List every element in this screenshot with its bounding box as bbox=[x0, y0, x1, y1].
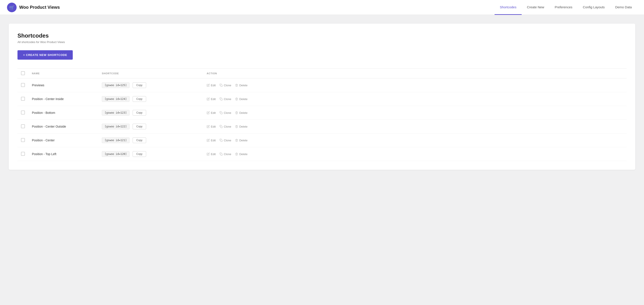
clone-label: Clone bbox=[224, 98, 231, 101]
copy-button[interactable]: Copy bbox=[132, 124, 146, 129]
edit-label: Edit bbox=[211, 84, 216, 87]
shortcode-badge: [gswoo id=124] bbox=[102, 96, 130, 102]
delete-button[interactable]: Delete bbox=[235, 111, 248, 114]
row-name-cell: Position - Center Inside bbox=[28, 92, 98, 106]
delete-label: Delete bbox=[239, 125, 248, 128]
row-action-cell: Edit Clone Delete bbox=[203, 78, 626, 92]
shortcodes-table: NAME SHORTCODE ACTION Previews [gswoo bbox=[18, 68, 626, 161]
table-row: Position - Center Outside [gswoo id=122]… bbox=[18, 120, 626, 134]
logo-icon: 🛒 bbox=[7, 2, 16, 12]
edit-icon bbox=[207, 84, 210, 87]
row-checkbox-2[interactable] bbox=[21, 110, 25, 114]
clone-button[interactable]: Clone bbox=[220, 111, 231, 114]
col-header-action: ACTION bbox=[203, 68, 626, 78]
page-subheading: All shortcodes for Woo Product Views bbox=[18, 40, 626, 44]
clone-button[interactable]: Clone bbox=[220, 84, 231, 87]
edit-button[interactable]: Edit bbox=[207, 98, 216, 101]
delete-label: Delete bbox=[239, 139, 248, 142]
copy-button[interactable]: Copy bbox=[132, 96, 146, 102]
row-name-cell: Position - Top Left bbox=[28, 147, 98, 161]
row-name: Position - Top Left bbox=[32, 152, 56, 156]
row-action-cell: Edit Clone Delete bbox=[203, 92, 626, 106]
page-title: Shortcodes bbox=[18, 32, 626, 39]
clone-label: Clone bbox=[224, 84, 231, 87]
copy-button[interactable]: Copy bbox=[132, 110, 146, 116]
copy-button[interactable]: Copy bbox=[132, 151, 146, 157]
action-buttons: Edit Clone Delete bbox=[207, 125, 623, 128]
row-checkbox-4[interactable] bbox=[21, 138, 25, 142]
app-title: Woo Product Views bbox=[19, 5, 60, 10]
table-body: Previews [gswoo id=125] Copy Edit bbox=[18, 78, 626, 161]
clone-button[interactable]: Clone bbox=[220, 125, 231, 128]
delete-button[interactable]: Delete bbox=[235, 152, 248, 156]
page-card: Shortcodes All shortcodes for Woo Produc… bbox=[9, 24, 635, 170]
table-row: Previews [gswoo id=125] Copy Edit bbox=[18, 78, 626, 92]
main-nav: ShortcodesCreate NewPreferencesConfig La… bbox=[494, 0, 637, 15]
col-header-check bbox=[18, 68, 28, 78]
nav-item-shortcodes[interactable]: Shortcodes bbox=[494, 0, 522, 15]
row-checkbox-1[interactable] bbox=[21, 97, 25, 101]
table-row: Position - Center [gswoo id=121] Copy Ed… bbox=[18, 134, 626, 147]
trash-icon bbox=[235, 98, 238, 100]
row-action-cell: Edit Clone Delete bbox=[203, 106, 626, 120]
row-checkbox-5[interactable] bbox=[21, 152, 25, 156]
delete-label: Delete bbox=[239, 84, 248, 87]
svg-rect-1 bbox=[221, 98, 222, 100]
action-buttons: Edit Clone Delete bbox=[207, 152, 623, 156]
row-shortcode-cell: [gswoo id=124] Copy bbox=[98, 92, 203, 106]
svg-rect-2 bbox=[221, 112, 222, 114]
edit-icon bbox=[207, 98, 210, 100]
edit-button[interactable]: Edit bbox=[207, 125, 216, 128]
delete-button[interactable]: Delete bbox=[235, 98, 248, 101]
edit-button[interactable]: Edit bbox=[207, 152, 216, 156]
row-checkbox-cell bbox=[18, 147, 28, 161]
trash-icon bbox=[235, 111, 238, 114]
row-name-cell: Position - Center Outside bbox=[28, 120, 98, 134]
copy-button[interactable]: Copy bbox=[132, 82, 146, 88]
edit-button[interactable]: Edit bbox=[207, 84, 216, 87]
copy-button[interactable]: Copy bbox=[132, 138, 146, 143]
edit-icon bbox=[207, 152, 210, 156]
clone-label: Clone bbox=[224, 152, 231, 156]
row-name: Position - Center Inside bbox=[32, 97, 64, 101]
row-name-cell: Previews bbox=[28, 78, 98, 92]
row-checkbox-cell bbox=[18, 120, 28, 134]
delete-button[interactable]: Delete bbox=[235, 84, 248, 87]
clone-label: Clone bbox=[224, 139, 231, 142]
shortcode-badge: [gswoo id=125] bbox=[102, 82, 130, 88]
action-buttons: Edit Clone Delete bbox=[207, 139, 623, 142]
nav-item-config-layouts[interactable]: Config Layouts bbox=[578, 0, 610, 15]
delete-label: Delete bbox=[239, 98, 248, 101]
table-row: Position - Center Inside [gswoo id=124] … bbox=[18, 92, 626, 106]
row-name-cell: Position - Center bbox=[28, 134, 98, 147]
nav-item-demo-data[interactable]: Demo Data bbox=[610, 0, 637, 15]
clone-label: Clone bbox=[224, 125, 231, 128]
row-shortcode-cell: [gswoo id=125] Copy bbox=[98, 78, 203, 92]
clone-icon bbox=[220, 84, 222, 87]
row-name: Position - Center bbox=[32, 138, 54, 142]
shortcode-badge: [gswoo id=121] bbox=[102, 138, 130, 143]
trash-icon bbox=[235, 84, 238, 87]
clone-button[interactable]: Clone bbox=[220, 139, 231, 142]
clone-button[interactable]: Clone bbox=[220, 152, 231, 156]
action-buttons: Edit Clone Delete bbox=[207, 98, 623, 101]
edit-label: Edit bbox=[211, 152, 216, 156]
delete-label: Delete bbox=[239, 152, 248, 156]
nav-item-create-new[interactable]: Create New bbox=[522, 0, 550, 15]
row-checkbox-3[interactable] bbox=[21, 124, 25, 128]
edit-label: Edit bbox=[211, 125, 216, 128]
create-shortcode-button[interactable]: + CREATE NEW SHORTCODE bbox=[18, 50, 73, 60]
edit-button[interactable]: Edit bbox=[207, 111, 216, 114]
edit-button[interactable]: Edit bbox=[207, 139, 216, 142]
select-all-checkbox[interactable] bbox=[21, 71, 25, 75]
logo-area: 🛒 Woo Product Views bbox=[7, 2, 494, 12]
row-checkbox-0[interactable] bbox=[21, 83, 25, 87]
delete-button[interactable]: Delete bbox=[235, 125, 248, 128]
delete-button[interactable]: Delete bbox=[235, 139, 248, 142]
nav-item-preferences[interactable]: Preferences bbox=[550, 0, 578, 15]
clone-icon bbox=[220, 152, 222, 156]
row-shortcode-cell: [gswoo id=123] Copy bbox=[98, 106, 203, 120]
col-header-shortcode: SHORTCODE bbox=[98, 68, 203, 78]
clone-button[interactable]: Clone bbox=[220, 98, 231, 101]
row-checkbox-cell bbox=[18, 106, 28, 120]
